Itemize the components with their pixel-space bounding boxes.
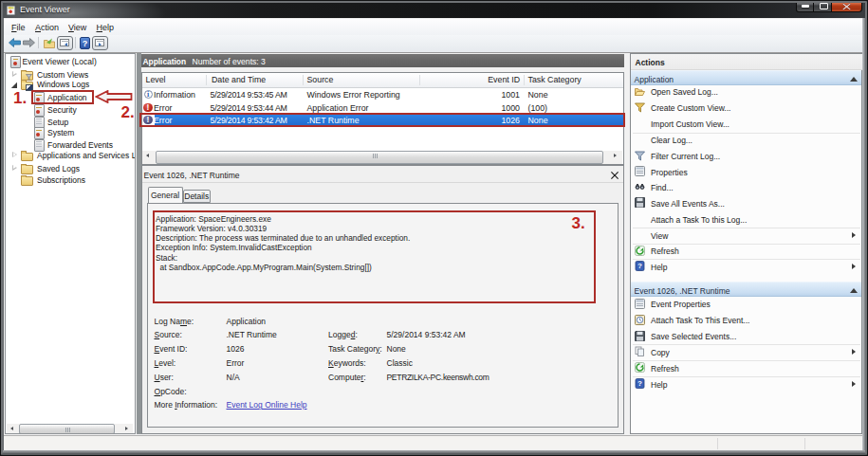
svg-text:?: ? — [637, 379, 642, 388]
svg-text:?: ? — [637, 262, 642, 270]
